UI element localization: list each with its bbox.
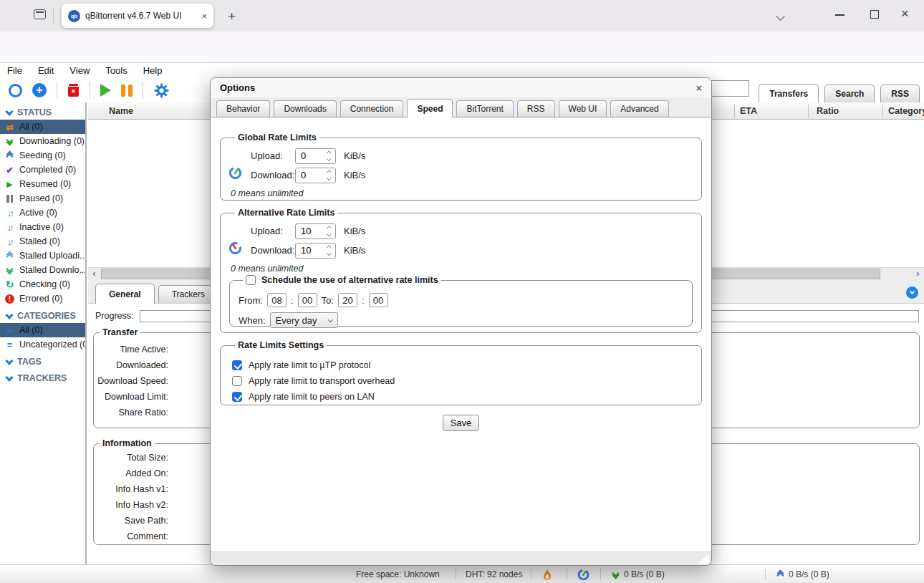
- tab-rss[interactable]: RSS: [517, 100, 555, 117]
- global-upload-limit-input[interactable]: 0: [295, 148, 336, 164]
- tab-rss[interactable]: RSS: [880, 85, 920, 102]
- scroll-right-icon[interactable]: ›: [912, 268, 924, 280]
- scroll-left-icon[interactable]: ‹: [88, 268, 100, 280]
- speed-gauge-icon[interactable]: [577, 565, 589, 583]
- menu-tools[interactable]: Tools: [105, 65, 127, 76]
- from-hour-input[interactable]: 08: [267, 293, 287, 307]
- speed-tab-content: Global Rate Limits Upload: 0 KiB/s Downl…: [211, 117, 711, 431]
- to-hour-input[interactable]: 20: [338, 293, 357, 307]
- collapse-panel-button[interactable]: [906, 286, 918, 299]
- sidebar-item-errored[interactable]: !Errored (0): [0, 292, 85, 306]
- settings-gear-icon[interactable]: [153, 82, 170, 99]
- global-download-limit-input[interactable]: 0: [295, 168, 336, 183]
- column-name[interactable]: Name: [109, 102, 133, 120]
- status-header[interactable]: STATUS: [0, 105, 85, 120]
- global-rate-limits-legend: Global Rate Limits: [235, 132, 319, 143]
- column-category[interactable]: Category: [888, 102, 924, 120]
- tab-webui[interactable]: Web UI: [559, 100, 607, 117]
- sidebar-category-uncategorized[interactable]: ≡Uncategorized (0): [0, 337, 85, 352]
- save-button[interactable]: Save: [443, 415, 480, 431]
- double-down-chevron-icon: [4, 140, 16, 143]
- label-info-hash-v2: Info Hash v2:: [95, 497, 168, 513]
- sidebar-category-all[interactable]: ≡All (0): [0, 323, 85, 337]
- error-icon: !: [4, 294, 16, 304]
- new-tab-button[interactable]: +: [228, 9, 236, 24]
- when-select[interactable]: Every day: [270, 312, 338, 328]
- tab-behavior[interactable]: Behavior: [216, 100, 270, 117]
- resume-icon[interactable]: [100, 84, 111, 97]
- firefox-view-icon[interactable]: [34, 9, 46, 19]
- column-eta[interactable]: ETA: [740, 102, 757, 120]
- menu-file[interactable]: File: [7, 65, 22, 76]
- schedule-checkbox[interactable]: [246, 275, 256, 285]
- download-chevron-icon: [611, 573, 620, 576]
- sidebar-item-stalled-uploading[interactable]: Stalled Uploadi...: [0, 249, 85, 263]
- dht-nodes-label: DHT: 92 nodes: [466, 565, 522, 583]
- checkmark-icon: ✔: [4, 165, 16, 175]
- sidebar-item-downloading[interactable]: Downloading (0): [0, 134, 85, 148]
- lan-rate-limit-checkbox[interactable]: [232, 392, 242, 402]
- tab-speed[interactable]: Speed: [407, 99, 453, 117]
- spinner-buttons[interactable]: [324, 152, 335, 160]
- add-torrent-file-icon[interactable]: +: [32, 83, 47, 97]
- dialog-title: Options: [220, 82, 255, 93]
- to-minute-input[interactable]: 00: [369, 293, 388, 307]
- up-down-arrows-icon: ↓↑: [4, 236, 16, 247]
- sidebar-item-stalled-downloading[interactable]: Stalled Downlo...: [0, 263, 85, 277]
- delete-torrent-icon[interactable]: ×: [67, 84, 80, 97]
- sidebar-item-active[interactable]: ↓↑Active (0): [0, 206, 85, 220]
- spinner-buttons[interactable]: [324, 246, 335, 254]
- resize-grip[interactable]: [698, 553, 709, 564]
- tab-list-chevron-icon[interactable]: [776, 11, 785, 21]
- dialog-close-icon[interactable]: ×: [696, 82, 702, 94]
- sidebar-item-stalled[interactable]: ↓↑Stalled (0): [0, 234, 85, 249]
- window-maximize-button[interactable]: [870, 10, 879, 19]
- trackers-header[interactable]: TRACKERS: [0, 371, 85, 385]
- sidebar-item-paused[interactable]: Paused (0): [0, 191, 85, 206]
- tab-general[interactable]: General: [95, 284, 155, 304]
- rate-limits-settings-legend: Rate Limits Settings: [235, 340, 327, 350]
- menu-view[interactable]: View: [69, 65, 90, 76]
- label-share-ratio: Share Ratio:: [95, 405, 168, 420]
- window-close-button[interactable]: ×: [901, 6, 909, 21]
- tab-bittorrent[interactable]: BitTorrent: [456, 100, 513, 117]
- dialog-footer: [211, 551, 711, 565]
- schedule-fieldset: Schedule the use of alternative rate lim…: [229, 275, 693, 327]
- tab-connection[interactable]: Connection: [340, 100, 404, 117]
- browser-tab[interactable]: qb qBittorrent v4.6.7 Web UI ×: [62, 4, 213, 28]
- sidebar-item-inactive[interactable]: ↓↑Inactive (0): [0, 220, 85, 234]
- label-added-on: Added On:: [95, 466, 168, 481]
- overhead-rate-limit-checkbox[interactable]: [232, 376, 242, 386]
- alt-speed-flame-icon[interactable]: [542, 565, 552, 583]
- tab-search[interactable]: Search: [824, 85, 875, 102]
- spinner-buttons[interactable]: [324, 171, 335, 179]
- column-ratio[interactable]: Ratio: [817, 102, 839, 120]
- tab-advanced[interactable]: Advanced: [610, 100, 668, 117]
- free-space-label: Free space: Unknown: [356, 565, 440, 583]
- menu-help[interactable]: Help: [143, 65, 163, 76]
- from-minute-input[interactable]: 00: [298, 293, 317, 307]
- tab-close-icon[interactable]: ×: [201, 11, 207, 21]
- alt-download-limit-input[interactable]: 10: [295, 243, 336, 259]
- sidebar-item-seeding[interactable]: Seeding (0): [0, 148, 85, 163]
- window-minimize-button[interactable]: [835, 14, 844, 16]
- progress-label: Progress:: [95, 311, 134, 321]
- tab-downloads[interactable]: Downloads: [274, 100, 336, 117]
- sidebar-item-checking[interactable]: ↻Checking (0): [0, 277, 85, 292]
- categories-header[interactable]: CATEGORIES: [0, 309, 85, 323]
- utp-rate-limit-checkbox[interactable]: [232, 360, 242, 370]
- sidebar-item-completed[interactable]: ✔Completed (0): [0, 163, 85, 177]
- qbittorrent-favicon: qb: [68, 10, 80, 22]
- spinner-buttons[interactable]: [324, 227, 335, 235]
- tab-transfers[interactable]: Transfers: [759, 84, 819, 103]
- play-icon: ▶: [4, 180, 16, 189]
- add-torrent-link-icon[interactable]: [9, 84, 22, 97]
- menu-edit[interactable]: Edit: [38, 65, 54, 76]
- tags-header[interactable]: TAGS: [0, 355, 85, 369]
- alt-upload-limit-input[interactable]: 10: [295, 223, 336, 239]
- sidebar-item-all[interactable]: ⇄All (0): [0, 120, 85, 134]
- pause-icon[interactable]: [121, 85, 133, 97]
- sidebar-item-resumed[interactable]: ▶Resumed (0): [0, 177, 85, 191]
- upload-chevron-icon: [776, 573, 785, 576]
- dialog-titlebar[interactable]: Options ×: [211, 78, 711, 97]
